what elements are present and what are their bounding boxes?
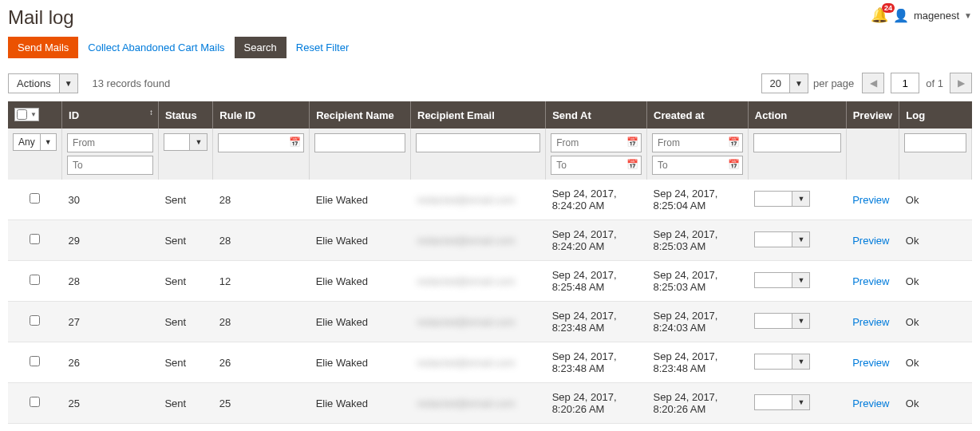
row-checkbox[interactable] [30,315,40,326]
cell-created: Sep 24, 2017, 8:25:04 AM [647,180,749,220]
filter-created-to[interactable] [652,156,743,175]
filter-status-select[interactable]: ▼ [164,133,207,151]
row-checkbox[interactable] [30,234,40,244]
cell-log: Ok [899,220,972,261]
cell-id: 30 [62,180,159,220]
column-header-action[interactable]: Action [748,101,846,129]
cell-created: Sep 24, 2017, 8:24:03 AM [647,302,749,342]
cell-id: 27 [62,302,159,342]
row-action-select[interactable]: ▼ [754,354,810,370]
filter-action-input[interactable] [753,133,841,152]
cell-created: Sep 24, 2017, 8:25:03 AM [647,261,749,302]
send-mails-button[interactable]: Send Mails [8,37,78,58]
column-header-preview[interactable]: Preview [846,101,899,129]
notification-button[interactable]: 🔔 24 [871,6,888,24]
row-checkbox[interactable] [30,397,40,407]
table-row: 29Sent28Elie Wakedredacted@email.comSep … [8,220,972,261]
pager-total: of 1 [926,77,943,89]
select-all-checkbox[interactable] [17,109,27,120]
column-header-id[interactable]: ID↕ [62,101,159,129]
table-row: 25Sent25Elie Wakedredacted@email.comSep … [8,383,972,424]
filter-name-input[interactable] [314,133,405,152]
chevron-down-icon: ▼ [40,134,56,150]
mail-log-grid: ▼ ID↕ Status Rule ID Recipient Name Reci… [8,101,972,431]
cell-id: 29 [62,220,159,261]
preview-link[interactable]: Preview [852,235,889,247]
search-button[interactable]: Search [235,37,286,58]
column-header-rule[interactable]: Rule ID [213,101,310,129]
column-header-log[interactable]: Log [899,101,972,129]
cell-action: ▼ [748,342,846,383]
table-row: 26Sent26Elie Wakedredacted@email.comSep … [8,342,972,383]
pager-next-button[interactable]: ▶ [950,73,972,93]
column-header-email[interactable]: Recipient Email [411,101,546,129]
cell-created: Sep 24, 2017, 8:20:26 AM [647,383,749,424]
preview-link[interactable]: Preview [852,194,889,206]
column-header-check[interactable]: ▼ [8,101,62,129]
filter-any-select[interactable]: Any▼ [13,133,57,151]
cell-rule: 26 [213,342,310,383]
cell-name: Elie Waked [310,302,411,342]
column-header-send[interactable]: Send At [546,101,647,129]
per-page-select[interactable]: 20 ▼ [761,73,808,93]
reset-filter-link[interactable]: Reset Filter [296,42,349,53]
row-action-select[interactable]: ▼ [754,231,810,247]
chevron-down-icon: ▼ [792,314,809,328]
pager-current-input[interactable] [891,73,919,93]
filter-rule-input[interactable] [218,133,304,152]
cell-action: ▼ [748,261,846,302]
cell-email: redacted@email.com [411,180,546,220]
row-action-select[interactable]: ▼ [754,191,810,207]
filter-created-from[interactable] [652,133,743,152]
chevron-down-icon: ▼ [792,395,809,409]
cell-send: Aug 18, 2017, 6:07:49 AM [546,424,647,432]
chevron-down-icon: ▼ [59,74,77,93]
per-page-value: 20 [762,74,789,93]
filter-id-from[interactable] [67,133,153,152]
collect-cart-link[interactable]: Collect Abandoned Cart Mails [88,42,224,53]
pager-prev-button[interactable]: ◀ [862,73,884,93]
per-page-label: per page [813,77,854,89]
mass-actions-select[interactable]: Actions ▼ [8,73,78,93]
chevron-left-icon: ◀ [870,77,877,89]
preview-link[interactable]: Preview [852,316,889,328]
chevron-down-icon: ▼ [789,74,808,93]
cell-action: ▼ [748,302,846,342]
row-action-select[interactable]: ▼ [754,313,810,329]
column-header-status[interactable]: Status [158,101,212,129]
table-row: 30Sent28Elie Wakedredacted@email.comSep … [8,180,972,220]
sort-indicator-icon: ↕ [149,108,153,117]
user-icon: 👤 [893,8,909,23]
user-menu[interactable]: magenest [914,10,959,22]
cell-send: Sep 24, 2017, 8:24:20 AM [546,220,647,261]
column-header-name[interactable]: Recipient Name [310,101,411,129]
table-row: 28Sent12Elie Wakedredacted@email.comSep … [8,261,972,302]
row-checkbox[interactable] [30,275,40,285]
cell-rule: 12 [213,424,310,432]
row-action-select[interactable]: ▼ [754,272,810,288]
filter-log-input[interactable] [904,133,966,152]
filter-id-to[interactable] [67,156,153,175]
filter-send-from[interactable] [551,133,642,152]
user-area: 🔔 24 👤 magenest ▼ [871,6,972,24]
preview-link[interactable]: Preview [852,357,889,369]
cell-status: Sent [158,342,212,383]
cell-name: Elie Waked [310,220,411,261]
column-header-created[interactable]: Created at [647,101,749,129]
cell-log: Ok [899,180,972,220]
filter-send-to[interactable] [551,156,642,175]
cell-send: Sep 24, 2017, 8:24:20 AM [546,180,647,220]
filter-email-input[interactable] [416,133,540,152]
row-checkbox[interactable] [30,356,40,366]
cell-name: Elie Waked [310,261,411,302]
row-checkbox[interactable] [30,193,40,204]
cell-log: Ok [899,261,972,302]
preview-link[interactable]: Preview [852,275,889,287]
table-row: 23Sent12Guestredacted@email.comAug 18, 2… [8,424,972,432]
cell-name: Guest [310,424,411,432]
cell-log: Ok [899,383,972,424]
preview-link[interactable]: Preview [852,397,889,409]
cell-rule: 28 [213,220,310,261]
cell-action: ▼ [748,180,846,220]
row-action-select[interactable]: ▼ [754,394,810,410]
